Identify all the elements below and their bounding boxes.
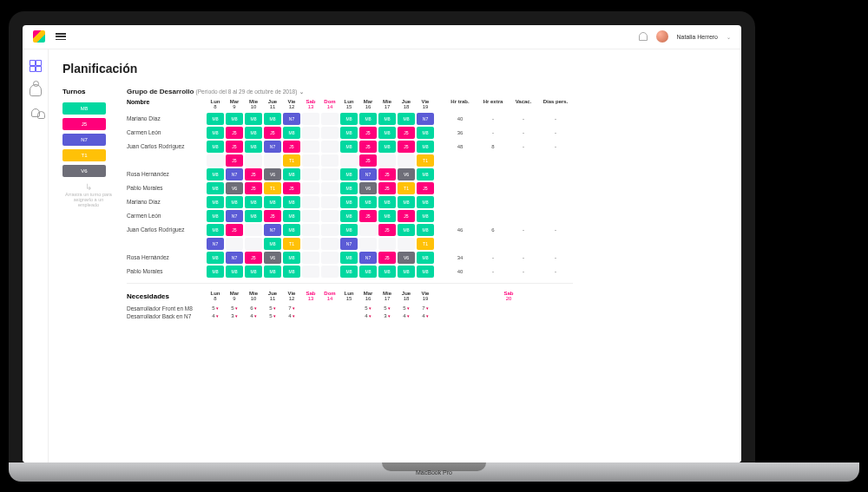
empty-cell[interactable] (359, 224, 377, 236)
shift-cell[interactable]: M8 (417, 196, 434, 208)
shift-cell[interactable]: M8 (283, 224, 300, 236)
shift-cell[interactable]: T1 (264, 182, 281, 194)
bell-icon[interactable] (639, 32, 648, 41)
empty-cell[interactable] (321, 141, 339, 153)
need-cell[interactable]: 5 ▾ (264, 313, 281, 319)
need-cell[interactable]: 6 ▾ (245, 305, 262, 312)
shift-cell[interactable]: T1 (398, 182, 415, 194)
shift-cell[interactable]: M8 (207, 113, 224, 125)
shift-chip-M8[interactable]: M8 (62, 102, 106, 115)
shift-cell[interactable]: J5 (359, 154, 377, 167)
shift-cell[interactable]: M8 (245, 210, 262, 222)
empty-cell[interactable] (302, 182, 319, 194)
empty-cell[interactable] (378, 154, 396, 167)
shift-cell[interactable]: M8 (417, 141, 434, 153)
empty-cell[interactable] (302, 252, 319, 264)
shift-cell[interactable]: J5 (226, 127, 243, 139)
shift-cell[interactable]: M8 (340, 113, 358, 125)
shift-cell[interactable]: M8 (378, 266, 396, 278)
shift-cell[interactable]: M8 (340, 224, 358, 236)
need-cell[interactable]: 4 ▾ (417, 313, 434, 319)
people-icon[interactable] (31, 108, 40, 117)
shift-cell[interactable]: M8 (417, 168, 434, 180)
need-cell[interactable]: 5 ▾ (398, 305, 415, 312)
empty-cell[interactable] (321, 196, 339, 208)
need-cell[interactable] (302, 313, 319, 319)
shift-cell[interactable]: T1 (283, 238, 300, 250)
shift-cell[interactable]: M8 (245, 266, 262, 278)
shift-cell[interactable]: M8 (264, 113, 281, 125)
shift-cell[interactable]: M8 (283, 168, 300, 180)
shift-cell[interactable]: T1 (417, 238, 434, 250)
shift-cell[interactable]: M8 (340, 210, 358, 222)
need-cell[interactable]: 5 ▾ (207, 305, 224, 312)
empty-cell[interactable] (398, 154, 415, 167)
shift-cell[interactable]: N7 (283, 113, 300, 125)
empty-cell[interactable] (302, 266, 319, 278)
shift-cell[interactable]: M8 (207, 196, 224, 208)
shift-cell[interactable]: N7 (417, 113, 434, 125)
empty-cell[interactable] (245, 154, 262, 167)
need-cell[interactable]: 5 ▾ (378, 305, 396, 312)
shift-cell[interactable]: M8 (398, 196, 415, 208)
shift-chip-T1[interactable]: T1 (62, 149, 106, 161)
empty-cell[interactable] (378, 238, 396, 250)
shift-cell[interactable]: M8 (378, 196, 396, 208)
shift-cell[interactable]: J5 (226, 154, 243, 167)
shift-cell[interactable]: V6 (264, 252, 281, 264)
shift-cell[interactable]: M8 (340, 266, 358, 278)
empty-cell[interactable] (340, 154, 358, 167)
chevron-down-icon[interactable]: ⌄ (727, 34, 731, 40)
shift-cell[interactable]: M8 (340, 252, 358, 264)
shift-chip-J5[interactable]: J5 (62, 118, 106, 130)
shift-cell[interactable]: M8 (340, 141, 358, 153)
shift-cell[interactable]: M8 (378, 210, 396, 222)
shift-cell[interactable]: N7 (264, 224, 281, 236)
need-cell[interactable]: 7 ▾ (417, 305, 434, 312)
shift-cell[interactable]: M8 (245, 127, 262, 139)
shift-cell[interactable]: M8 (398, 113, 415, 125)
empty-cell[interactable] (321, 266, 339, 278)
empty-cell[interactable] (302, 113, 319, 125)
shift-cell[interactable]: M8 (340, 168, 358, 180)
shift-cell[interactable]: N7 (207, 238, 224, 250)
shift-cell[interactable]: M8 (264, 238, 281, 250)
person-icon[interactable] (30, 84, 42, 96)
shift-cell[interactable]: M8 (207, 141, 224, 153)
shift-cell[interactable]: M8 (226, 266, 243, 278)
shift-cell[interactable]: M8 (378, 141, 396, 153)
shift-cell[interactable]: J5 (378, 168, 396, 180)
shift-cell[interactable]: V6 (398, 252, 415, 264)
shift-cell[interactable]: V6 (226, 182, 243, 194)
shift-cell[interactable]: M8 (359, 113, 377, 125)
shift-cell[interactable]: M8 (207, 224, 224, 236)
empty-cell[interactable] (321, 238, 339, 250)
shift-cell[interactable]: M8 (359, 266, 377, 278)
shift-cell[interactable]: M8 (283, 210, 300, 222)
need-cell[interactable]: 4 ▾ (207, 313, 224, 319)
empty-cell[interactable] (302, 224, 319, 236)
shift-cell[interactable]: N7 (359, 168, 377, 180)
avatar[interactable] (656, 30, 668, 43)
empty-cell[interactable] (302, 154, 319, 167)
shift-cell[interactable]: J5 (283, 141, 300, 153)
shift-cell[interactable]: M8 (207, 210, 224, 222)
shift-cell[interactable]: M8 (207, 182, 224, 194)
need-cell[interactable]: 3 ▾ (378, 313, 396, 319)
shift-cell[interactable]: M8 (378, 127, 396, 139)
shift-chip-V6[interactable]: V6 (62, 165, 106, 177)
need-cell[interactable] (340, 305, 358, 312)
empty-cell[interactable] (302, 127, 319, 139)
shift-cell[interactable]: J5 (359, 210, 377, 222)
shift-cell[interactable]: M8 (207, 127, 224, 139)
shift-cell[interactable]: M8 (359, 196, 377, 208)
empty-cell[interactable] (321, 252, 339, 264)
shift-cell[interactable]: M8 (283, 196, 300, 208)
need-cell[interactable] (340, 313, 358, 319)
need-cell[interactable]: 4 ▾ (398, 313, 415, 319)
empty-cell[interactable] (321, 168, 339, 180)
empty-cell[interactable] (302, 196, 319, 208)
shift-cell[interactable]: J5 (283, 182, 300, 194)
empty-cell[interactable] (321, 113, 339, 125)
shift-cell[interactable]: N7 (359, 252, 377, 264)
